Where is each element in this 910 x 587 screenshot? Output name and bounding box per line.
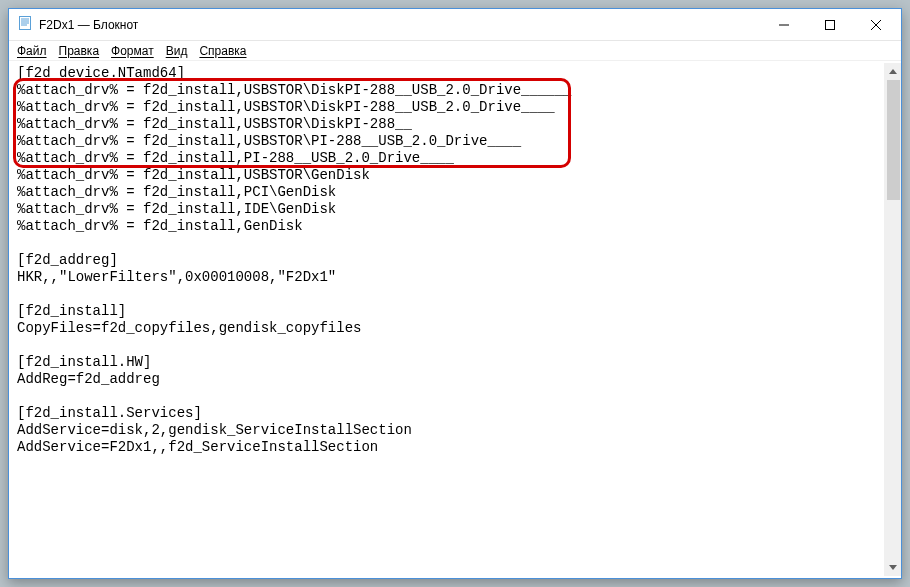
titlebar[interactable]: F2Dx1 — Блокнот: [9, 9, 901, 41]
content-area: [f2d_device.NTamd64] %attach_drv% = f2d_…: [9, 61, 901, 578]
menu-view[interactable]: Вид: [166, 44, 188, 58]
svg-rect-6: [826, 20, 835, 29]
notepad-window: F2Dx1 — Блокнот Файл Правка Формат Вид С…: [8, 8, 902, 579]
scroll-down-button[interactable]: [885, 559, 902, 576]
minimize-button[interactable]: [761, 10, 807, 40]
scroll-track[interactable]: [885, 80, 902, 559]
menubar: Файл Правка Формат Вид Справка: [9, 41, 901, 61]
scroll-thumb[interactable]: [887, 80, 900, 200]
maximize-button[interactable]: [807, 10, 853, 40]
notepad-icon: [17, 15, 33, 35]
menu-format[interactable]: Формат: [111, 44, 154, 58]
window-title: F2Dx1 — Блокнот: [39, 18, 761, 32]
text-editor[interactable]: [f2d_device.NTamd64] %attach_drv% = f2d_…: [13, 63, 884, 576]
vertical-scrollbar[interactable]: [884, 63, 901, 576]
menu-file[interactable]: Файл: [17, 44, 47, 58]
close-button[interactable]: [853, 10, 899, 40]
menu-edit[interactable]: Правка: [59, 44, 100, 58]
scroll-up-button[interactable]: [885, 63, 902, 80]
menu-help[interactable]: Справка: [199, 44, 246, 58]
